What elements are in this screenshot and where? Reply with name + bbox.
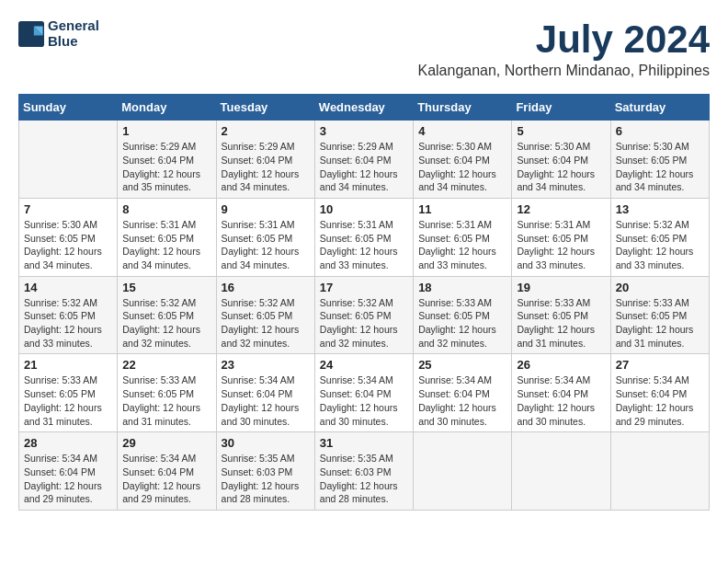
col-monday: Monday [118, 95, 216, 121]
day-number: 16 [222, 281, 310, 294]
table-row: 15Sunrise: 5:32 AM Sunset: 6:05 PM Dayli… [118, 276, 216, 354]
day-number: 17 [320, 281, 408, 294]
table-row: 12Sunrise: 5:31 AM Sunset: 6:05 PM Dayli… [512, 198, 610, 276]
table-row: 21Sunrise: 5:33 AM Sunset: 6:05 PM Dayli… [19, 354, 118, 432]
table-row [512, 432, 610, 511]
table-row: 17Sunrise: 5:32 AM Sunset: 6:05 PM Dayli… [314, 276, 413, 354]
calendar-week-row: 1Sunrise: 5:29 AM Sunset: 6:04 PM Daylig… [19, 121, 710, 199]
day-number: 10 [320, 202, 408, 216]
table-row: 5Sunrise: 5:30 AM Sunset: 6:04 PM Daylig… [512, 121, 610, 199]
day-info: Sunrise: 5:30 AM Sunset: 6:05 PM Dayligh… [616, 140, 704, 194]
table-row: 28Sunrise: 5:34 AM Sunset: 6:04 PM Dayli… [19, 432, 118, 511]
day-number: 9 [222, 202, 310, 216]
table-row: 27Sunrise: 5:34 AM Sunset: 6:04 PM Dayli… [610, 354, 709, 432]
day-number: 21 [24, 358, 112, 372]
calendar-table: Sunday Monday Tuesday Wednesday Thursday… [18, 94, 710, 511]
day-number: 5 [517, 124, 605, 138]
day-number: 3 [320, 124, 408, 138]
table-row: 11Sunrise: 5:31 AM Sunset: 6:05 PM Dayli… [414, 198, 512, 276]
location-subtitle: Kalanganan, Northern Mindanao, Philippin… [417, 63, 710, 79]
table-row: 31Sunrise: 5:35 AM Sunset: 6:03 PM Dayli… [314, 432, 413, 511]
day-number: 29 [122, 436, 210, 450]
table-row [610, 432, 709, 511]
day-info: Sunrise: 5:29 AM Sunset: 6:04 PM Dayligh… [122, 140, 210, 194]
logo-text: General Blue [48, 18, 99, 49]
calendar-week-row: 7Sunrise: 5:30 AM Sunset: 6:05 PM Daylig… [19, 198, 710, 276]
day-number: 11 [418, 202, 506, 216]
day-info: Sunrise: 5:34 AM Sunset: 6:04 PM Dayligh… [418, 373, 506, 428]
calendar-week-row: 14Sunrise: 5:32 AM Sunset: 6:05 PM Dayli… [19, 276, 710, 354]
day-number: 15 [122, 281, 210, 294]
day-info: Sunrise: 5:32 AM Sunset: 6:05 PM Dayligh… [616, 218, 704, 272]
day-info: Sunrise: 5:34 AM Sunset: 6:04 PM Dayligh… [24, 452, 112, 506]
day-info: Sunrise: 5:33 AM Sunset: 6:05 PM Dayligh… [24, 373, 112, 428]
table-row: 14Sunrise: 5:32 AM Sunset: 6:05 PM Dayli… [19, 276, 118, 354]
day-number: 7 [24, 202, 112, 216]
calendar-header-row: Sunday Monday Tuesday Wednesday Thursday… [19, 95, 710, 121]
day-number: 24 [320, 358, 408, 372]
day-info: Sunrise: 5:33 AM Sunset: 6:05 PM Dayligh… [616, 296, 704, 350]
table-row: 26Sunrise: 5:34 AM Sunset: 6:04 PM Dayli… [512, 354, 610, 432]
table-row: 13Sunrise: 5:32 AM Sunset: 6:05 PM Dayli… [610, 198, 709, 276]
day-info: Sunrise: 5:32 AM Sunset: 6:05 PM Dayligh… [24, 296, 112, 350]
day-info: Sunrise: 5:32 AM Sunset: 6:05 PM Dayligh… [122, 296, 210, 350]
day-info: Sunrise: 5:31 AM Sunset: 6:05 PM Dayligh… [418, 218, 506, 272]
table-row: 1Sunrise: 5:29 AM Sunset: 6:04 PM Daylig… [118, 121, 216, 199]
table-row: 3Sunrise: 5:29 AM Sunset: 6:04 PM Daylig… [314, 121, 413, 199]
day-info: Sunrise: 5:32 AM Sunset: 6:05 PM Dayligh… [222, 296, 310, 350]
day-info: Sunrise: 5:32 AM Sunset: 6:05 PM Dayligh… [320, 296, 408, 350]
day-number: 8 [122, 202, 210, 216]
day-number: 1 [122, 124, 210, 138]
day-number: 18 [418, 281, 506, 294]
logo: General Blue [18, 18, 99, 49]
logo-icon [18, 21, 44, 47]
day-number: 14 [24, 281, 112, 294]
table-row: 7Sunrise: 5:30 AM Sunset: 6:05 PM Daylig… [19, 198, 118, 276]
col-saturday: Saturday [610, 95, 709, 121]
col-thursday: Thursday [414, 95, 512, 121]
day-number: 28 [24, 436, 112, 450]
day-info: Sunrise: 5:31 AM Sunset: 6:05 PM Dayligh… [517, 218, 605, 272]
table-row: 22Sunrise: 5:33 AM Sunset: 6:05 PM Dayli… [118, 354, 216, 432]
day-info: Sunrise: 5:33 AM Sunset: 6:05 PM Dayligh… [517, 296, 605, 350]
day-info: Sunrise: 5:34 AM Sunset: 6:04 PM Dayligh… [222, 373, 310, 428]
day-number: 2 [222, 124, 310, 138]
day-info: Sunrise: 5:30 AM Sunset: 6:05 PM Dayligh… [24, 218, 112, 272]
col-sunday: Sunday [19, 95, 118, 121]
day-number: 31 [320, 436, 408, 450]
col-friday: Friday [512, 95, 610, 121]
day-info: Sunrise: 5:35 AM Sunset: 6:03 PM Dayligh… [222, 452, 310, 506]
day-number: 27 [616, 358, 704, 372]
table-row [19, 121, 118, 199]
table-row: 18Sunrise: 5:33 AM Sunset: 6:05 PM Dayli… [414, 276, 512, 354]
day-number: 22 [122, 358, 210, 372]
day-info: Sunrise: 5:34 AM Sunset: 6:04 PM Dayligh… [122, 452, 210, 506]
table-row: 6Sunrise: 5:30 AM Sunset: 6:05 PM Daylig… [610, 121, 709, 199]
table-row: 30Sunrise: 5:35 AM Sunset: 6:03 PM Dayli… [216, 432, 314, 511]
day-info: Sunrise: 5:31 AM Sunset: 6:05 PM Dayligh… [320, 218, 408, 272]
day-info: Sunrise: 5:29 AM Sunset: 6:04 PM Dayligh… [222, 140, 310, 194]
day-number: 19 [517, 281, 605, 294]
table-row: 25Sunrise: 5:34 AM Sunset: 6:04 PM Dayli… [414, 354, 512, 432]
day-info: Sunrise: 5:35 AM Sunset: 6:03 PM Dayligh… [320, 452, 408, 506]
table-row: 8Sunrise: 5:31 AM Sunset: 6:05 PM Daylig… [118, 198, 216, 276]
table-row: 29Sunrise: 5:34 AM Sunset: 6:04 PM Dayli… [118, 432, 216, 511]
day-info: Sunrise: 5:29 AM Sunset: 6:04 PM Dayligh… [320, 140, 408, 194]
table-row: 4Sunrise: 5:30 AM Sunset: 6:04 PM Daylig… [414, 121, 512, 199]
day-info: Sunrise: 5:30 AM Sunset: 6:04 PM Dayligh… [517, 140, 605, 194]
table-row: 10Sunrise: 5:31 AM Sunset: 6:05 PM Dayli… [314, 198, 413, 276]
day-info: Sunrise: 5:34 AM Sunset: 6:04 PM Dayligh… [616, 373, 704, 428]
day-number: 13 [616, 202, 704, 216]
table-row: 2Sunrise: 5:29 AM Sunset: 6:04 PM Daylig… [216, 121, 314, 199]
table-row: 20Sunrise: 5:33 AM Sunset: 6:05 PM Dayli… [610, 276, 709, 354]
calendar-body: 1Sunrise: 5:29 AM Sunset: 6:04 PM Daylig… [19, 121, 710, 511]
day-info: Sunrise: 5:34 AM Sunset: 6:04 PM Dayligh… [517, 373, 605, 428]
day-number: 25 [418, 358, 506, 372]
page-header: General Blue July 2024 Kalanganan, North… [18, 18, 710, 79]
day-number: 30 [222, 436, 310, 450]
calendar-week-row: 21Sunrise: 5:33 AM Sunset: 6:05 PM Dayli… [19, 354, 710, 432]
col-tuesday: Tuesday [216, 95, 314, 121]
day-info: Sunrise: 5:33 AM Sunset: 6:05 PM Dayligh… [418, 296, 506, 350]
day-info: Sunrise: 5:31 AM Sunset: 6:05 PM Dayligh… [122, 218, 210, 272]
month-year-title: July 2024 [417, 18, 710, 61]
